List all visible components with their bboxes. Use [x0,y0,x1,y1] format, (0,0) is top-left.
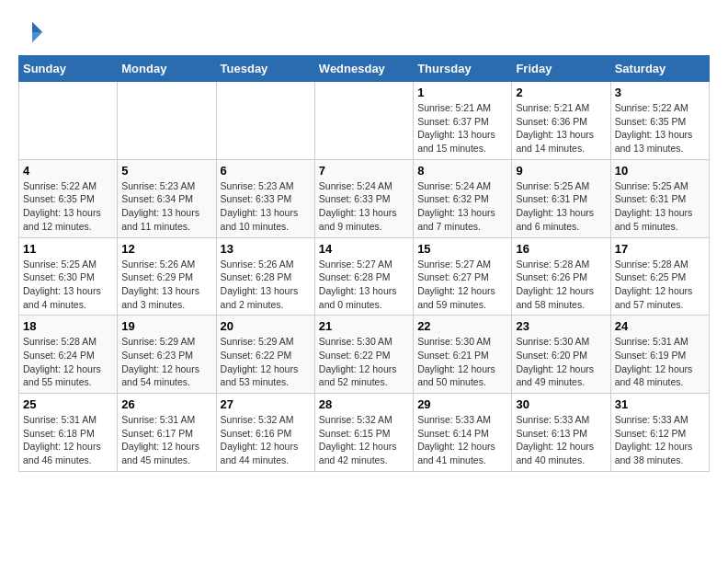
week-row-1: 1Sunrise: 5:21 AMSunset: 6:37 PMDaylight… [19,82,710,160]
day-info: Sunrise: 5:33 AMSunset: 6:13 PMDaylight:… [516,413,606,467]
day-cell-19: 19Sunrise: 5:29 AMSunset: 6:23 PMDayligh… [118,316,216,394]
day-info: Sunrise: 5:27 AMSunset: 6:27 PMDaylight:… [417,258,507,312]
logo-icon [18,18,46,46]
day-cell-25: 25Sunrise: 5:31 AMSunset: 6:18 PMDayligh… [19,394,118,472]
week-row-5: 25Sunrise: 5:31 AMSunset: 6:18 PMDayligh… [19,394,710,472]
empty-cell [314,82,413,160]
day-number: 5 [121,164,211,178]
day-info: Sunrise: 5:21 AMSunset: 6:37 PMDaylight:… [417,101,507,155]
day-info: Sunrise: 5:29 AMSunset: 6:23 PMDaylight:… [121,335,211,389]
day-number: 18 [23,319,113,333]
logo [18,18,50,46]
day-info: Sunrise: 5:24 AMSunset: 6:33 PMDaylight:… [319,179,409,234]
day-cell-21: 21Sunrise: 5:30 AMSunset: 6:22 PMDayligh… [314,316,413,394]
header-friday: Friday [512,56,610,82]
day-number: 27 [221,397,311,411]
page-header [18,18,710,46]
day-info: Sunrise: 5:21 AMSunset: 6:36 PMDaylight:… [516,101,606,155]
day-cell-24: 24Sunrise: 5:31 AMSunset: 6:19 PMDayligh… [610,316,709,394]
day-info: Sunrise: 5:25 AMSunset: 6:31 PMDaylight:… [615,179,705,234]
header-sunday: Sunday [19,56,118,82]
day-info: Sunrise: 5:28 AMSunset: 6:24 PMDaylight:… [23,335,113,389]
svg-marker-0 [32,22,42,32]
day-cell-30: 30Sunrise: 5:33 AMSunset: 6:13 PMDayligh… [512,394,610,472]
day-info: Sunrise: 5:32 AMSunset: 6:16 PMDaylight:… [221,413,311,467]
day-cell-14: 14Sunrise: 5:27 AMSunset: 6:28 PMDayligh… [314,237,413,316]
day-number: 20 [221,319,311,333]
day-number: 26 [121,397,211,411]
day-number: 16 [516,242,606,256]
day-number: 4 [23,164,113,178]
day-info: Sunrise: 5:26 AMSunset: 6:29 PMDaylight:… [121,258,211,312]
day-cell-5: 5Sunrise: 5:23 AMSunset: 6:34 PMDaylight… [118,159,216,237]
day-info: Sunrise: 5:32 AMSunset: 6:15 PMDaylight:… [319,413,409,467]
day-number: 7 [319,164,409,178]
svg-marker-1 [32,32,42,42]
day-info: Sunrise: 5:27 AMSunset: 6:28 PMDaylight:… [319,258,409,312]
day-info: Sunrise: 5:31 AMSunset: 6:17 PMDaylight:… [121,413,211,467]
day-number: 21 [319,319,409,333]
day-number: 14 [319,242,409,256]
day-info: Sunrise: 5:31 AMSunset: 6:19 PMDaylight:… [615,335,705,389]
day-cell-2: 2Sunrise: 5:21 AMSunset: 6:36 PMDaylight… [512,82,610,160]
day-cell-16: 16Sunrise: 5:28 AMSunset: 6:26 PMDayligh… [512,237,610,316]
day-cell-11: 11Sunrise: 5:25 AMSunset: 6:30 PMDayligh… [19,237,118,316]
day-cell-10: 10Sunrise: 5:25 AMSunset: 6:31 PMDayligh… [610,159,709,237]
calendar-table: SundayMondayTuesdayWednesdayThursdayFrid… [18,55,710,472]
day-number: 2 [516,86,606,99]
day-cell-3: 3Sunrise: 5:22 AMSunset: 6:35 PMDaylight… [610,82,709,160]
day-info: Sunrise: 5:30 AMSunset: 6:22 PMDaylight:… [319,335,409,389]
header-tuesday: Tuesday [216,56,314,82]
day-number: 30 [516,397,606,411]
day-cell-26: 26Sunrise: 5:31 AMSunset: 6:17 PMDayligh… [118,394,216,472]
day-cell-4: 4Sunrise: 5:22 AMSunset: 6:35 PMDaylight… [19,159,118,237]
day-info: Sunrise: 5:30 AMSunset: 6:20 PMDaylight:… [516,335,606,389]
day-number: 17 [615,242,705,256]
day-info: Sunrise: 5:28 AMSunset: 6:25 PMDaylight:… [615,258,705,312]
day-cell-8: 8Sunrise: 5:24 AMSunset: 6:32 PMDaylight… [414,159,512,237]
day-info: Sunrise: 5:26 AMSunset: 6:28 PMDaylight:… [221,258,311,312]
day-cell-6: 6Sunrise: 5:23 AMSunset: 6:33 PMDaylight… [216,159,314,237]
header-row: SundayMondayTuesdayWednesdayThursdayFrid… [19,56,710,82]
day-number: 31 [615,397,705,411]
day-number: 8 [417,164,507,178]
day-number: 9 [516,164,606,178]
day-cell-15: 15Sunrise: 5:27 AMSunset: 6:27 PMDayligh… [414,237,512,316]
day-cell-12: 12Sunrise: 5:26 AMSunset: 6:29 PMDayligh… [118,237,216,316]
day-number: 13 [221,242,311,256]
day-number: 1 [417,86,507,99]
day-cell-28: 28Sunrise: 5:32 AMSunset: 6:15 PMDayligh… [314,394,413,472]
day-info: Sunrise: 5:28 AMSunset: 6:26 PMDaylight:… [516,258,606,312]
week-row-2: 4Sunrise: 5:22 AMSunset: 6:35 PMDaylight… [19,159,710,237]
day-info: Sunrise: 5:25 AMSunset: 6:30 PMDaylight:… [23,258,113,312]
day-info: Sunrise: 5:23 AMSunset: 6:33 PMDaylight:… [221,179,311,234]
day-cell-23: 23Sunrise: 5:30 AMSunset: 6:20 PMDayligh… [512,316,610,394]
day-number: 22 [417,319,507,333]
week-row-4: 18Sunrise: 5:28 AMSunset: 6:24 PMDayligh… [19,316,710,394]
day-info: Sunrise: 5:25 AMSunset: 6:31 PMDaylight:… [516,179,606,234]
header-monday: Monday [118,56,216,82]
day-number: 19 [121,319,211,333]
day-number: 15 [417,242,507,256]
empty-cell [19,82,118,160]
day-info: Sunrise: 5:33 AMSunset: 6:14 PMDaylight:… [417,413,507,467]
day-cell-18: 18Sunrise: 5:28 AMSunset: 6:24 PMDayligh… [19,316,118,394]
day-number: 25 [23,397,113,411]
day-number: 6 [221,164,311,178]
empty-cell [216,82,314,160]
day-number: 24 [615,319,705,333]
day-info: Sunrise: 5:31 AMSunset: 6:18 PMDaylight:… [23,413,113,467]
day-cell-17: 17Sunrise: 5:28 AMSunset: 6:25 PMDayligh… [610,237,709,316]
day-number: 12 [121,242,211,256]
day-number: 3 [615,86,705,99]
day-info: Sunrise: 5:30 AMSunset: 6:21 PMDaylight:… [417,335,507,389]
day-cell-9: 9Sunrise: 5:25 AMSunset: 6:31 PMDaylight… [512,159,610,237]
day-number: 23 [516,319,606,333]
day-cell-29: 29Sunrise: 5:33 AMSunset: 6:14 PMDayligh… [414,394,512,472]
day-cell-1: 1Sunrise: 5:21 AMSunset: 6:37 PMDaylight… [414,82,512,160]
day-info: Sunrise: 5:23 AMSunset: 6:34 PMDaylight:… [121,179,211,234]
day-cell-13: 13Sunrise: 5:26 AMSunset: 6:28 PMDayligh… [216,237,314,316]
day-number: 29 [417,397,507,411]
day-number: 10 [615,164,705,178]
day-info: Sunrise: 5:24 AMSunset: 6:32 PMDaylight:… [417,179,507,234]
